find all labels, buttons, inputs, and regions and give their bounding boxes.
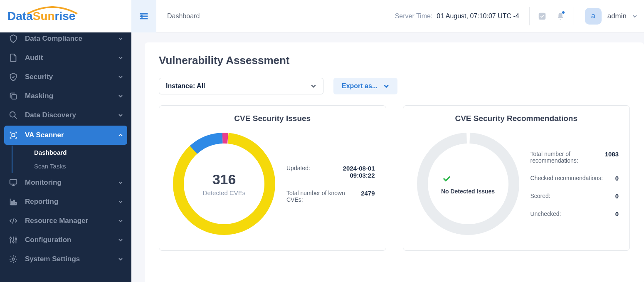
code-icon: [8, 216, 18, 226]
svg-line-12: [12, 218, 14, 224]
stat-value: 0: [615, 175, 619, 182]
server-time: Server Time: 01 August, 07:10:07 UTC -4: [395, 12, 519, 20]
nav-label: Security: [25, 73, 118, 81]
sidebar-item-monitoring[interactable]: Monitoring: [0, 173, 131, 192]
cve-donut-chart: 316 Detected CVEs: [170, 130, 278, 238]
sidebar-item-compliance[interactable]: Data Compliance: [0, 32, 131, 48]
tasks-icon[interactable]: [533, 7, 551, 25]
svg-rect-10: [13, 200, 15, 205]
sidebar-subitem-scantasks[interactable]: Scan Tasks: [29, 159, 131, 173]
svg-rect-23: [538, 12, 545, 20]
cve-count: 316: [203, 171, 246, 188]
svg-rect-0: [12, 94, 16, 99]
svg-point-16: [12, 241, 14, 242]
server-time-label: Server Time:: [395, 12, 433, 20]
chevron-down-icon: [118, 218, 123, 223]
stat-row: Scored: 0: [530, 193, 619, 200]
username: admin: [607, 12, 627, 20]
nav-label: Audit: [25, 54, 118, 62]
chevron-down-icon: [118, 199, 123, 204]
sidebar-item-masking[interactable]: Masking: [0, 87, 131, 106]
card-cve-issues: CVE Security Issues: [159, 105, 386, 251]
stat-label: Total number of known CVEs:: [286, 190, 354, 203]
svg-rect-4: [10, 180, 17, 184]
stat-label: Scored:: [530, 193, 550, 199]
chevron-up-icon: [118, 133, 123, 138]
page-panel: Vulnerability Assessment Instance: All E…: [145, 42, 644, 282]
svg-rect-11: [15, 203, 17, 205]
chevron-down-icon: [118, 55, 123, 60]
toolbar: Instance: All Export as...: [159, 78, 630, 94]
copy-icon: [8, 91, 18, 101]
chevron-down-icon: [118, 113, 123, 118]
sidebar-item-systemsettings[interactable]: System Settings: [0, 250, 131, 269]
stat-value: 2479: [361, 190, 375, 197]
instance-select[interactable]: Instance: All: [159, 78, 323, 94]
nav-label: Data Discovery: [25, 111, 118, 119]
nav-label: Resource Manager: [25, 217, 118, 225]
sidebar-item-resourcemgr[interactable]: Resource Manager: [0, 211, 131, 230]
sidebar: DataSunrise Data Compliance Audit Securi…: [0, 0, 131, 282]
chevron-down-icon: [118, 94, 123, 99]
rec-donut-chart: No Detected Issues: [414, 130, 522, 238]
chevron-down-icon: [118, 74, 123, 79]
sidebar-item-audit[interactable]: Audit: [0, 48, 131, 67]
monitor-icon: [8, 178, 18, 188]
server-time-value: 01 August, 07:10:07 UTC -4: [437, 12, 519, 20]
logo[interactable]: DataSunrise: [0, 0, 131, 32]
chevron-down-icon: [118, 257, 123, 262]
stat-value: 2024-08-01 09:03:22: [333, 165, 375, 179]
sidebar-item-vascanner[interactable]: VA Scanner: [4, 126, 127, 145]
separator: [529, 7, 530, 25]
stat-row: Total number of recommendations: 1083: [530, 151, 619, 164]
collapse-sidebar-button[interactable]: [131, 0, 156, 32]
sidebar-item-configuration[interactable]: Configuration: [0, 230, 131, 250]
nav-label: VA Scanner: [25, 131, 118, 139]
stat-value: 1083: [605, 151, 619, 158]
chart-icon: [8, 197, 18, 207]
chevron-down-icon: [311, 83, 316, 89]
card-title: CVE Security Issues: [170, 114, 375, 123]
card-cve-recommendations: CVE Security Recommendations No Detected…: [403, 105, 630, 251]
stat-label: Total number of recommendations:: [530, 151, 598, 164]
nav-label: Monitoring: [25, 178, 118, 187]
bell-icon[interactable]: [551, 7, 570, 25]
nav-label: Data Compliance: [25, 35, 118, 43]
sliders-icon: [8, 235, 18, 245]
svg-rect-9: [11, 202, 12, 205]
chevron-down-icon: [118, 237, 123, 242]
nav-label: Masking: [25, 92, 118, 100]
shield-check-icon: [8, 34, 18, 44]
search-icon: [8, 110, 18, 120]
rec-stats: Total number of recommendations: 1083 Ch…: [530, 151, 619, 218]
stat-row: Total number of known CVEs: 2479: [286, 190, 375, 203]
card-title: CVE Security Recommendations: [454, 114, 579, 123]
svg-line-2: [15, 116, 17, 119]
breadcrumb: Dashboard: [167, 12, 395, 20]
chevron-down-icon: [118, 36, 123, 41]
export-label: Export as...: [342, 82, 378, 90]
sidebar-item-discovery[interactable]: Data Discovery: [0, 106, 131, 125]
user-menu[interactable]: a admin: [585, 8, 637, 25]
svg-point-18: [15, 238, 17, 240]
export-button[interactable]: Export as...: [333, 78, 397, 94]
chevron-down-icon: [383, 83, 389, 89]
chevron-down-icon: [632, 14, 637, 19]
stat-row: Checked recommendations: 0: [530, 175, 619, 182]
stat-label: Updated:: [286, 165, 310, 171]
scan-icon: [8, 130, 18, 140]
sidebar-item-reporting[interactable]: Reporting: [0, 192, 131, 211]
stat-row: Unchecked: 0: [530, 210, 619, 218]
cards-row: CVE Security Issues: [159, 105, 630, 251]
stat-label: Checked recommendations:: [530, 175, 603, 181]
sidebar-item-security[interactable]: Security: [0, 67, 131, 87]
nav: Data Compliance Audit Security Masking D…: [0, 32, 131, 269]
nav-label: Reporting: [25, 198, 118, 206]
content: Vulnerability Assessment Instance: All E…: [131, 32, 644, 282]
svg-point-14: [10, 238, 12, 240]
rec-no-issues: No Detected Issues: [441, 188, 495, 195]
file-icon: [8, 53, 18, 63]
separator: [573, 7, 573, 25]
instance-select-label: Instance: All: [166, 82, 205, 90]
sidebar-subitem-dashboard[interactable]: Dashboard: [29, 146, 131, 159]
